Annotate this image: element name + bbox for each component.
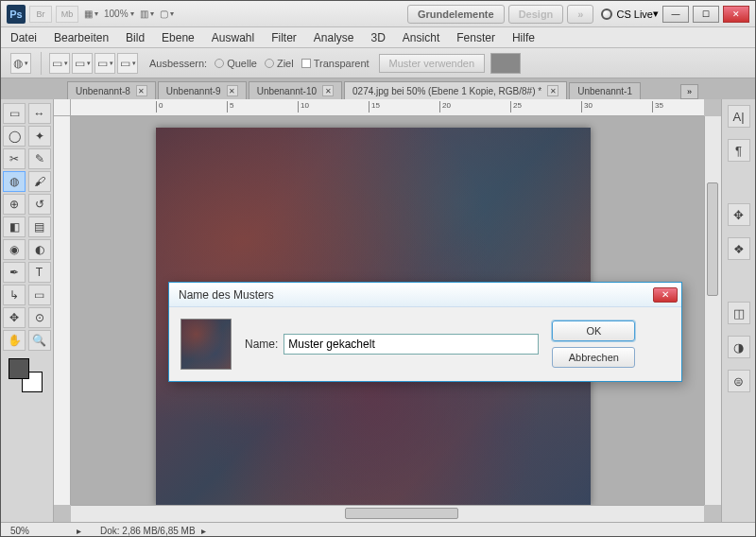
ruler-vertical[interactable]: [54, 116, 71, 505]
menu-ansicht[interactable]: Ansicht: [403, 31, 439, 44]
window-minimize[interactable]: —: [662, 6, 689, 23]
close-icon[interactable]: ✕: [136, 85, 147, 96]
scrollbar-vertical[interactable]: [704, 116, 721, 505]
transparent-checkbox[interactable]: [301, 59, 311, 68]
transform-panel-icon[interactable]: ◫: [728, 302, 750, 324]
ziel-label: Ziel: [277, 58, 294, 69]
scrollbar-thumb[interactable]: [707, 182, 718, 296]
menu-bearbeiten[interactable]: Bearbeiten: [54, 31, 109, 44]
pattern-swatch[interactable]: [490, 53, 521, 74]
muster-verwenden-button[interactable]: Muster verwenden: [379, 54, 486, 73]
magic-wand-tool-icon[interactable]: ✦: [28, 126, 51, 147]
history-brush-tool-icon[interactable]: ↺: [28, 194, 51, 215]
status-dok[interactable]: Dok: 2,86 MB/6,85 MB: [100, 526, 196, 536]
eraser-tool-icon[interactable]: ◧: [3, 217, 26, 237]
paragraph-panel-icon[interactable]: ¶: [728, 139, 750, 162]
transparent-label: Transparent: [314, 58, 369, 69]
close-icon[interactable]: ✕: [227, 85, 238, 96]
dialog-close-button[interactable]: ✕: [653, 287, 678, 303]
workspace-design[interactable]: Design: [508, 5, 564, 24]
menu-datei[interactable]: Datei: [10, 31, 37, 44]
close-icon[interactable]: ✕: [547, 85, 558, 96]
zoom-picker[interactable]: 100%: [104, 9, 134, 19]
name-input[interactable]: [284, 334, 539, 355]
workspace-grundelemente[interactable]: Grundelemente: [407, 5, 505, 24]
3d-tool-icon[interactable]: ✥: [3, 307, 26, 328]
window-maximize[interactable]: ☐: [693, 6, 719, 23]
menu-ebene[interactable]: Ebene: [162, 31, 195, 44]
quelle-label: Quelle: [227, 58, 257, 69]
titlebar: Ps Br Mb ▦ 100% ▥ ▢ Grundelemente Design…: [1, 1, 755, 27]
workspace-more[interactable]: »: [567, 5, 593, 24]
blur-tool-icon[interactable]: ◉: [3, 239, 26, 260]
menu-hilfe[interactable]: Hilfe: [512, 31, 535, 44]
menu-filter[interactable]: Filter: [271, 31, 297, 44]
color-swatches[interactable]: [9, 358, 43, 392]
doc-tab[interactable]: Unbenannt-10✕: [249, 81, 342, 99]
circle-panel-icon[interactable]: ◑: [728, 336, 750, 358]
selection-add-icon[interactable]: ▭: [72, 53, 93, 74]
ziel-radio[interactable]: [265, 59, 274, 68]
doc-tab-active[interactable]: 0274.jpg bei 50% (Ebene 1 Kopie, RGB/8#)…: [344, 81, 567, 99]
patch-tool-icon[interactable]: ◍: [3, 171, 26, 192]
marquee-tool-icon[interactable]: ▭: [3, 103, 26, 124]
stamp-panel-icon[interactable]: ⊜: [728, 370, 750, 392]
doc-tab[interactable]: Unbenannt-1: [569, 82, 641, 99]
close-icon[interactable]: ✕: [322, 85, 334, 96]
dodge-tool-icon[interactable]: ◐: [28, 239, 51, 260]
ruler-horizontal[interactable]: 0 5 10 15 20 25 30 35 40: [71, 99, 704, 116]
cancel-button[interactable]: Abbrechen: [552, 347, 635, 368]
mb-button[interactable]: Mb: [56, 6, 78, 23]
right-panel: A| ¶ ✥ ❖ ◫ ◑ ⊜: [721, 99, 755, 522]
foreground-color[interactable]: [9, 358, 29, 379]
screen-picker[interactable]: ▢: [160, 9, 174, 19]
window-close[interactable]: ✕: [723, 6, 749, 23]
zoom-tool-icon[interactable]: 🔍: [28, 330, 51, 351]
tool-palette: ▭ ↔ ◯ ✦ ✂ ✎ ◍ 🖌 ⊕ ↺ ◧ ▤ ◉ ◐ ✒ T ↳ ▭ ✥ ⊙ …: [1, 99, 54, 522]
dialog-titlebar[interactable]: Name des Musters ✕: [169, 283, 681, 307]
arrange-picker[interactable]: ▥: [140, 9, 154, 19]
camera-tool-icon[interactable]: ⊙: [28, 307, 51, 328]
current-tool-icon[interactable]: ◍: [10, 53, 31, 74]
type-tool-icon[interactable]: T: [28, 262, 51, 283]
gradient-tool-icon[interactable]: ▤: [28, 217, 51, 237]
pen-tool-icon[interactable]: ✒: [3, 262, 26, 283]
screen-mode-picker[interactable]: ▦: [84, 9, 98, 19]
dialog-title: Name des Musters: [179, 288, 274, 302]
scrollbar-horizontal[interactable]: [71, 505, 704, 522]
doc-tab[interactable]: Unbenannt-9✕: [158, 81, 247, 99]
bridge-button[interactable]: Br: [29, 6, 52, 23]
selection-new-icon[interactable]: ▭: [49, 53, 70, 74]
cslive-button[interactable]: CS Live ▾: [601, 8, 659, 20]
menu-fenster[interactable]: Fenster: [456, 31, 495, 44]
status-zoom[interactable]: 50%: [10, 526, 77, 536]
status-arrow[interactable]: ▸: [201, 526, 206, 536]
brush-tool-icon[interactable]: 🖌: [28, 171, 51, 192]
crop-tool-icon[interactable]: ✂: [3, 148, 26, 169]
selection-sub-icon[interactable]: ▭: [94, 53, 115, 74]
menu-auswahl[interactable]: Auswahl: [212, 31, 254, 44]
status-zoom-arrow[interactable]: ▸: [77, 526, 81, 536]
doc-tab[interactable]: Unbenannt-8✕: [67, 81, 156, 99]
tabs-overflow[interactable]: »: [680, 84, 698, 99]
menu-bild[interactable]: Bild: [126, 31, 145, 44]
scrollbar-thumb[interactable]: [345, 508, 458, 519]
layers-panel-icon[interactable]: ❖: [728, 237, 750, 260]
lasso-tool-icon[interactable]: ◯: [3, 126, 26, 147]
cslive-label: CS Live: [616, 9, 653, 20]
path-tool-icon[interactable]: ↳: [3, 285, 26, 305]
menu-3d[interactable]: 3D: [371, 31, 386, 44]
stamp-tool-icon[interactable]: ⊕: [3, 194, 26, 215]
ruler-corner: [54, 99, 71, 116]
character-panel-icon[interactable]: A|: [728, 105, 750, 128]
menu-analyse[interactable]: Analyse: [314, 31, 354, 44]
move-tool-icon[interactable]: ↔: [28, 103, 51, 124]
ok-button[interactable]: OK: [552, 320, 635, 341]
selection-int-icon[interactable]: ▭: [117, 53, 138, 74]
3d-panel-icon[interactable]: ✥: [728, 203, 750, 226]
canvas-area: 0 5 10 15 20 25 30 35 40 Name des Muster…: [54, 99, 721, 522]
hand-tool-icon[interactable]: ✋: [3, 330, 26, 351]
shape-tool-icon[interactable]: ▭: [28, 285, 51, 305]
eyedropper-tool-icon[interactable]: ✎: [28, 148, 51, 169]
quelle-radio[interactable]: [215, 59, 224, 68]
